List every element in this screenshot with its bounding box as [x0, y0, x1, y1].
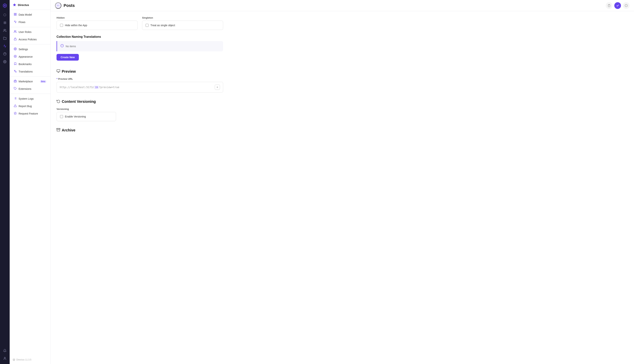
- svg-rect-13: [14, 39, 16, 40]
- versioning-title-row: Content Versioning: [56, 99, 223, 104]
- archive-icon: [56, 128, 60, 132]
- sidebar-item-label: Settings: [18, 48, 28, 51]
- data-model-icon[interactable]: [2, 43, 8, 50]
- users-icon[interactable]: [2, 27, 8, 34]
- treat-as-single-label[interactable]: Treat as single object: [150, 24, 175, 27]
- sidebar-item-translations[interactable]: Translations: [11, 68, 49, 75]
- svg-point-2: [4, 29, 5, 30]
- translations-section: Collection Naming Translations No items …: [56, 35, 223, 67]
- no-items-text: No items: [66, 45, 76, 48]
- archive-title-row: Archive: [56, 128, 223, 132]
- preview-url-label: Preview URL: [56, 78, 223, 80]
- info-button[interactable]: [623, 2, 630, 9]
- sidebar-item-label: System Logs: [18, 97, 34, 100]
- sidebar-item-label: Request Feature: [18, 112, 38, 115]
- svg-rect-17: [14, 80, 16, 82]
- content-area: Hidden Hide within the App Singleton Tre…: [50, 11, 229, 364]
- enable-versioning-label[interactable]: Enable Versioning: [65, 115, 86, 118]
- sidebar-item-data-model[interactable]: Data Model: [11, 11, 49, 18]
- sidebar-item-extensions[interactable]: Extensions: [11, 85, 49, 92]
- sidebar-item-label: Extensions: [18, 87, 31, 90]
- sidebar-item-label: Flows: [18, 21, 26, 24]
- preview-url-text: http://localhost:5173/ID?preview=true: [60, 86, 213, 89]
- svg-point-5: [4, 61, 6, 62]
- hide-within-app-label[interactable]: Hide within the App: [65, 24, 87, 27]
- sidebar-item-appearance[interactable]: Appearance: [11, 53, 49, 60]
- svg-point-6: [4, 357, 6, 358]
- sidebar-item-label: Data Model: [18, 13, 32, 16]
- svg-rect-39: [57, 128, 60, 129]
- extensions-icon: [14, 87, 17, 91]
- hidden-singleton-row: Hidden Hide within the App Singleton Tre…: [56, 16, 223, 30]
- topbar: ← Posts: [50, 0, 634, 11]
- profile-icon[interactable]: [2, 355, 8, 362]
- enable-versioning-checkbox[interactable]: [60, 115, 63, 118]
- sidebar-item-flows[interactable]: Flows: [11, 18, 49, 26]
- versioning-label: Versioning: [56, 108, 223, 110]
- content-icon[interactable]: ⊞: [2, 19, 8, 26]
- sidebar-header: Directus: [10, 0, 50, 8]
- settings-icon: [14, 48, 17, 51]
- hidden-checkbox-card: Hide within the App: [56, 21, 138, 30]
- sidebar-footer: Directus 11.3.5: [10, 356, 50, 364]
- marketplace-badge: Beta: [40, 80, 46, 83]
- hide-within-app-checkbox[interactable]: [60, 24, 63, 27]
- sidebar-item-access-policies[interactable]: Access Policies: [11, 36, 49, 43]
- marketplace-icon: [14, 80, 17, 83]
- svg-rect-34: [57, 70, 60, 72]
- hidden-label: Hidden: [56, 16, 138, 19]
- svg-marker-7: [13, 3, 16, 6]
- sidebar-item-request-feature[interactable]: Request Feature: [11, 110, 49, 117]
- svg-point-14: [15, 48, 16, 49]
- sidebar-item-label: Access Policies: [18, 38, 37, 41]
- singleton-group: Singleton Treat as single object: [142, 16, 223, 30]
- treat-as-single-checkbox[interactable]: [146, 24, 148, 27]
- flows-icon: [14, 20, 17, 24]
- system-logs-icon: [14, 97, 17, 100]
- svg-rect-8: [14, 13, 15, 14]
- sidebar-item-label: Marketplace: [18, 80, 33, 83]
- page-title: Posts: [64, 3, 604, 8]
- versioning-title: Content Versioning: [62, 100, 96, 104]
- svg-point-16: [15, 56, 16, 57]
- version-label: Directus 11.3.5: [16, 358, 32, 361]
- home-icon[interactable]: ⬡: [2, 12, 8, 18]
- sidebar-item-system-logs[interactable]: System Logs: [11, 95, 49, 102]
- svg-rect-9: [16, 13, 16, 14]
- back-button[interactable]: ←: [55, 2, 61, 9]
- help-icon[interactable]: [2, 50, 8, 57]
- translations-icon: [14, 70, 17, 74]
- notifications-icon[interactable]: [2, 347, 8, 354]
- files-icon[interactable]: [2, 35, 8, 42]
- url-prefix: http://localhost:5173/: [60, 86, 94, 89]
- data-model-icon: [14, 13, 17, 16]
- confirm-button[interactable]: [614, 2, 621, 9]
- versioning-icon: [56, 99, 60, 104]
- sidebar-item-settings[interactable]: Settings: [11, 46, 49, 53]
- sidebar-item-bookmarks[interactable]: Bookmarks: [11, 60, 49, 68]
- url-add-button[interactable]: [215, 84, 220, 90]
- sidebar-item-report-bug[interactable]: Report Bug: [11, 102, 49, 110]
- sidebar-item-label: User Roles: [18, 30, 32, 34]
- info-icon: [60, 44, 64, 48]
- svg-point-15: [14, 55, 16, 58]
- sidebar-item-user-roles[interactable]: User Roles: [11, 28, 49, 36]
- delete-button[interactable]: [606, 2, 612, 9]
- sidebar-item-marketplace[interactable]: Marketplace Beta: [11, 78, 49, 85]
- preview-title-row: Preview: [56, 69, 223, 74]
- url-id-badge: ID: [94, 86, 99, 89]
- sidebar-item-label: Appearance: [18, 55, 33, 58]
- archive-section: Archive: [56, 128, 223, 132]
- create-new-button[interactable]: Create New: [56, 54, 79, 60]
- preview-url-input[interactable]: http://localhost:5173/ID?preview=true: [56, 82, 223, 92]
- svg-rect-11: [14, 14, 15, 16]
- sidebar-item-label: Bookmarks: [18, 63, 32, 66]
- sidebar-item-label: Translations: [18, 70, 33, 73]
- sidebar: Directus Data Model Flows User Roles Acc…: [10, 0, 50, 364]
- singleton-label: Singleton: [142, 16, 223, 19]
- appearance-icon: [14, 55, 17, 58]
- no-items-box: No items: [56, 41, 223, 51]
- settings-icon[interactable]: [2, 58, 8, 65]
- preview-icon: [56, 69, 60, 74]
- app-logo[interactable]: [2, 2, 8, 9]
